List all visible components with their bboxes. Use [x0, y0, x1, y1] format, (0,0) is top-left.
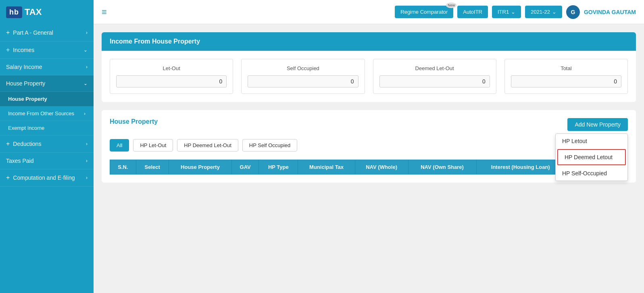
plus-icon-deductions: + [6, 140, 10, 148]
logo-area: hb TAX [0, 0, 94, 24]
dropdown-item-hp-self-occupied[interactable]: HP Self-Occupied [556, 166, 627, 181]
house-property-section: House Property Add New Property HP Letou… [102, 110, 636, 183]
let-out-box: Let-Out [110, 59, 233, 94]
let-out-label: Let-Out [163, 65, 180, 71]
filter-row: All HP Let-Out HP Deemed Let-Out HP Self… [110, 139, 628, 152]
col-interest: Interest (Housing Loan) [476, 160, 565, 175]
dropdown-item-hp-deemed-letout[interactable]: HP Deemed Letout [557, 149, 626, 165]
sidebar-item-part-a[interactable]: + Part A - General › [0, 24, 94, 42]
chevron-income-other: › [84, 111, 85, 116]
sidebar-subitem-house-property[interactable]: House Property [0, 92, 94, 106]
hamburger-icon[interactable]: ≡ [102, 7, 107, 17]
col-nav-whole: NAV (Whole) [355, 160, 408, 175]
filter-hp-deemed-let-out-button[interactable]: HP Deemed Let-Out [177, 139, 238, 152]
chevron-deductions: › [86, 141, 88, 147]
summary-row: Let-Out Self Occupied Deemed Let-Out Tot… [110, 59, 628, 94]
col-gav: GAV [232, 160, 259, 175]
logo-hb: hb [6, 6, 22, 18]
dropdown-item-hp-letout[interactable]: HP Letout [556, 134, 627, 148]
deemed-let-out-input[interactable] [379, 75, 490, 87]
col-nav-own-share: NAV (Own Share) [408, 160, 476, 175]
hp-header: House Property Add New Property HP Letou… [110, 118, 628, 131]
logo-tax: TAX [25, 7, 42, 17]
section-header-title: Income From House Property [102, 32, 636, 51]
income-house-property-card: Income From House Property Let-Out Self … [102, 32, 636, 102]
plus-icon-computation: + [6, 174, 10, 181]
chevron-incomes: ⌄ [83, 47, 88, 53]
chevron-house-property: ⌄ [83, 81, 88, 86]
chevron-taxes: › [86, 158, 88, 164]
sidebar-subitem-exempt-income[interactable]: Exempt Income [0, 121, 94, 135]
sidebar-label-salary-income: Salary Income [6, 64, 42, 70]
autoitr-button[interactable]: AutoITR [457, 6, 488, 18]
add-property-dropdown: HP Letout HP Deemed Letout HP Self-Occup… [555, 133, 628, 181]
sidebar-item-incomes[interactable]: + Incomes ⌄ [0, 42, 94, 59]
chevron-year: ⌄ [552, 9, 556, 15]
new-badge: New [446, 2, 456, 8]
user-avatar: G [566, 5, 580, 19]
chevron-computation: › [86, 175, 88, 181]
filter-all-button[interactable]: All [110, 139, 129, 152]
plus-icon-part-a: + [6, 29, 10, 36]
self-occupied-label: Self Occupied [287, 65, 319, 71]
year-selector-button[interactable]: 2021-22 ⌄ [525, 6, 562, 18]
sidebar-label-house-property: House Property [6, 80, 45, 87]
main-area: ≡ New Regime Comparator AutoITR ITR1 ⌄ 2… [94, 0, 644, 293]
sidebar-sublabel-house-property: House Property [8, 96, 47, 102]
col-select: Select [136, 160, 169, 175]
chevron-itr1: ⌄ [511, 9, 515, 15]
regime-comparator-button[interactable]: New Regime Comparator [395, 6, 453, 18]
total-box: Total [504, 59, 628, 94]
sidebar-sublabel-income-other-sources: Income From Other Sources [8, 110, 74, 116]
sidebar-item-taxes-paid[interactable]: Taxes Paid › [0, 153, 94, 169]
total-label: Total [561, 65, 571, 71]
sidebar-item-house-property[interactable]: House Property ⌄ [0, 75, 94, 92]
sidebar-label-part-a: Part A - General [13, 29, 53, 36]
self-occupied-box: Self Occupied [241, 59, 365, 94]
let-out-input[interactable] [116, 75, 227, 87]
sidebar-label-computation: Computation and E-filing [13, 175, 75, 181]
sidebar-item-computation[interactable]: + Computation and E-filing › [0, 169, 94, 187]
filter-hp-self-occupied-button[interactable]: HP Self Occupied [242, 139, 297, 152]
sidebar-label-deductions: Deductions [13, 141, 41, 147]
col-hp-type: HP Type [259, 160, 298, 175]
deemed-let-out-label: Deemed Let-Out [415, 65, 454, 71]
sidebar-subitem-income-other-sources[interactable]: Income From Other Sources › [0, 106, 94, 121]
topnav: ≡ New Regime Comparator AutoITR ITR1 ⌄ 2… [94, 0, 644, 24]
plus-icon-incomes: + [6, 46, 10, 54]
sidebar-item-salary-income[interactable]: Salary Income › [0, 59, 94, 75]
deemed-let-out-box: Deemed Let-Out [373, 59, 496, 94]
chevron-part-a: › [86, 30, 88, 35]
sidebar-label-incomes: Incomes [13, 47, 34, 53]
sidebar: hb TAX + Part A - General › + Incomes ⌄ … [0, 0, 94, 293]
house-property-table: S.N. Select House Property GAV HP Type M… [110, 160, 628, 175]
sidebar-label-taxes-paid: Taxes Paid [6, 158, 33, 164]
add-new-property-button[interactable]: Add New Property [567, 118, 628, 131]
content-area: Income From House Property Let-Out Self … [94, 24, 644, 293]
hp-section-title: House Property [110, 118, 158, 125]
self-occupied-input[interactable] [248, 75, 358, 87]
col-house-property: House Property [169, 160, 231, 175]
chevron-salary: › [86, 64, 88, 70]
filter-hp-let-out-button[interactable]: HP Let-Out [133, 139, 173, 152]
user-name: GOVINDA GAUTAM [584, 9, 636, 15]
sidebar-sublabel-exempt-income: Exempt Income [8, 125, 44, 131]
sidebar-item-deductions[interactable]: + Deductions › [0, 135, 94, 153]
col-sn: S.N. [110, 160, 136, 175]
add-property-wrapper: Add New Property HP Letout HP Deemed Let… [567, 118, 628, 131]
col-municipal-tax: Municipal Tax [298, 160, 355, 175]
itr1-button[interactable]: ITR1 ⌄ [492, 6, 521, 18]
total-input[interactable] [511, 75, 621, 87]
